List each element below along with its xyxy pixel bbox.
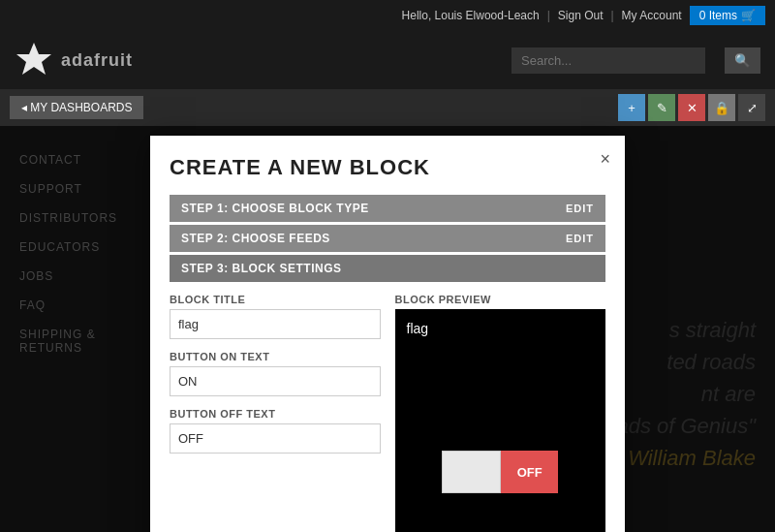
preview-label: BLOCK PREVIEW: [395, 294, 606, 305]
lock-button[interactable]: 🔒: [708, 94, 735, 121]
hello-text: Hello, Louis Elwood-Leach: [402, 9, 540, 22]
step1-label: STEP 1: CHOOSE BLOCK TYPE: [181, 202, 369, 215]
step1-row[interactable]: STEP 1: CHOOSE BLOCK TYPE EDIT: [170, 195, 605, 222]
step2-row[interactable]: STEP 2: CHOOSE FEEDS EDIT: [170, 225, 605, 252]
separator-2: |: [610, 9, 613, 22]
toggle-on-part: [442, 451, 501, 493]
step3-row[interactable]: STEP 3: BLOCK SETTINGS: [170, 255, 605, 282]
preview-flag-title: flag: [407, 321, 595, 336]
form-preview-row: BLOCK TITLE BUTTON ON TEXT BUTTON OFF TE…: [170, 294, 605, 532]
modal-close-button[interactable]: ×: [600, 150, 610, 168]
logo-text: adafruit: [61, 50, 133, 71]
signout-link[interactable]: Sign Out: [558, 9, 604, 22]
button-off-input[interactable]: [170, 423, 381, 454]
edit-button[interactable]: ✎: [648, 94, 675, 121]
main-area: CONTACT SUPPORT DISTRIBUTORS EDUCATORS J…: [0, 126, 775, 532]
button-on-input[interactable]: [170, 366, 381, 396]
nav-bar: ◂ MY DASHBOARDS + ✎ ✕ 🔒 ⤢: [0, 89, 775, 126]
top-bar: Hello, Louis Elwood-Leach | Sign Out | M…: [0, 0, 775, 31]
step1-edit-button[interactable]: EDIT: [566, 203, 594, 214]
form-section: BLOCK TITLE BUTTON ON TEXT BUTTON OFF TE…: [170, 294, 381, 532]
my-dashboards-button[interactable]: ◂ MY DASHBOARDS: [10, 96, 143, 119]
toggle-widget[interactable]: OFF: [442, 451, 558, 493]
create-block-modal: CREATE A NEW BLOCK × STEP 1: CHOOSE BLOC…: [150, 136, 625, 532]
preview-box: flag OFF: [395, 309, 606, 532]
delete-button[interactable]: ✕: [678, 94, 705, 121]
cart-label: 0 Items: [699, 9, 737, 22]
search-input[interactable]: [512, 47, 705, 74]
svg-marker-0: [16, 43, 51, 75]
adafruit-logo-icon: [15, 41, 53, 79]
cart-icon: 🛒: [741, 9, 756, 22]
myaccount-link[interactable]: My Account: [622, 9, 682, 22]
search-button[interactable]: 🔍: [725, 47, 760, 74]
button-on-label: BUTTON ON TEXT: [170, 351, 381, 362]
cart-button[interactable]: 0 Items 🛒: [690, 6, 765, 25]
modal-overlay: CREATE A NEW BLOCK × STEP 1: CHOOSE BLOC…: [0, 126, 775, 532]
button-off-label: BUTTON OFF TEXT: [170, 408, 381, 420]
block-title-label: BLOCK TITLE: [170, 294, 381, 305]
block-title-input[interactable]: [170, 309, 381, 339]
separator-1: |: [547, 9, 550, 22]
step2-edit-button[interactable]: EDIT: [566, 233, 594, 244]
add-block-button[interactable]: +: [618, 94, 645, 121]
preview-section: BLOCK PREVIEW flag OFF: [395, 294, 606, 532]
header: adafruit 🔍: [0, 31, 775, 89]
toggle-off-part: OFF: [501, 451, 558, 493]
modal-title: CREATE A NEW BLOCK: [170, 155, 605, 180]
step3-label: STEP 3: BLOCK SETTINGS: [181, 262, 341, 275]
nav-icons: + ✎ ✕ 🔒 ⤢: [618, 94, 765, 121]
expand-button[interactable]: ⤢: [738, 94, 765, 121]
step2-label: STEP 2: CHOOSE FEEDS: [181, 232, 330, 245]
logo-area: adafruit: [15, 41, 133, 79]
